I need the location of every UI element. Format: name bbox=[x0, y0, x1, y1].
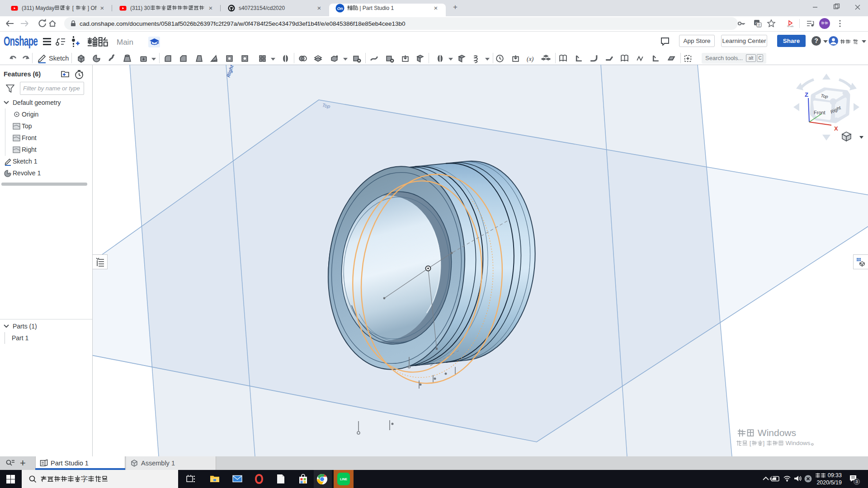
svg-text:Front: Front bbox=[814, 110, 826, 115]
svg-text:Z: Z bbox=[805, 91, 808, 98]
svg-text:X: X bbox=[834, 125, 838, 132]
svg-text:文: 文 bbox=[758, 23, 761, 27]
svg-text:(x): (x) bbox=[527, 56, 534, 63]
svg-text:On: On bbox=[337, 6, 343, 11]
svg-text:LINE: LINE bbox=[340, 478, 347, 481]
svg-text:No ads: No ads bbox=[787, 25, 794, 28]
